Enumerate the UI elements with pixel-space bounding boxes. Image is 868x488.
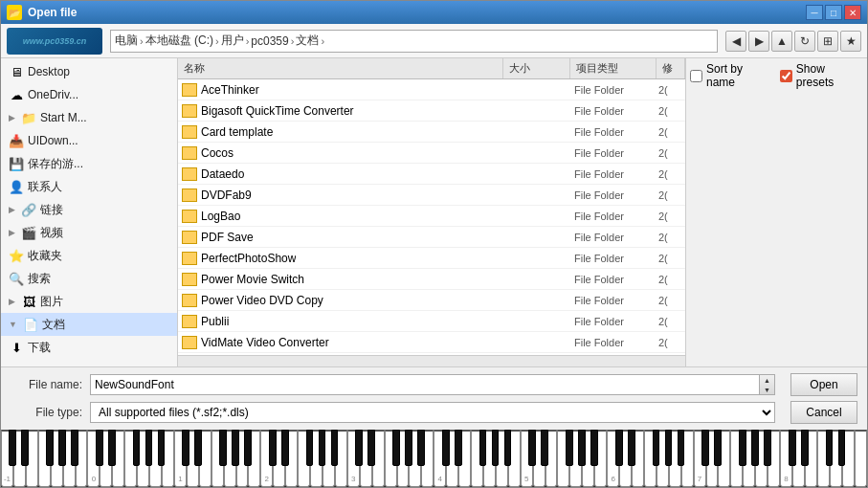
black-key[interactable]	[789, 430, 796, 466]
sidebar-item-links[interactable]: ▶ 🔗 链接	[1, 198, 177, 221]
sidebar-item-contacts[interactable]: 👤 联系人	[1, 175, 177, 198]
sort-by-name-option[interactable]: Sort by name	[690, 62, 772, 89]
black-key[interactable]	[96, 430, 103, 466]
black-key[interactable]	[71, 430, 78, 466]
black-key[interactable]	[442, 430, 450, 466]
table-row[interactable]: Power Movie Switch File Folder 2(	[178, 269, 685, 290]
breadcrumb-computer[interactable]: 电脑	[115, 33, 138, 49]
breadcrumb-bar[interactable]: 电脑 › 本地磁盘 (C:) › 用户 › pc0359 › 文档 ›	[110, 30, 718, 53]
minimize-button[interactable]: ─	[806, 5, 823, 20]
nav-forward-button[interactable]: ▶	[748, 31, 769, 52]
col-header-date[interactable]: 修	[657, 58, 685, 78]
black-key[interactable]	[479, 430, 487, 466]
black-key[interactable]	[108, 430, 116, 466]
table-row[interactable]: Dataedo File Folder 2(	[178, 164, 685, 185]
black-key[interactable]	[566, 430, 573, 466]
table-row[interactable]: Cocos File Folder 2(	[178, 143, 685, 164]
table-row[interactable]: Bigasoft QuickTime Converter File Folder…	[178, 100, 685, 122]
sidebar-item-downloads[interactable]: ⬇ 下载	[1, 336, 177, 359]
black-key[interactable]	[232, 430, 239, 466]
black-key[interactable]	[590, 430, 598, 466]
black-key[interactable]	[739, 430, 746, 466]
nav-refresh-button[interactable]: ↻	[794, 31, 815, 52]
maximize-button[interactable]: □	[825, 5, 842, 20]
black-key[interactable]	[628, 430, 635, 466]
close-button[interactable]: ✕	[844, 5, 861, 20]
table-row[interactable]: Card template File Folder 2(	[178, 122, 685, 143]
file-name-spinner[interactable]: ▲ ▼	[760, 374, 775, 395]
black-key[interactable]	[665, 430, 673, 466]
sort-by-name-checkbox[interactable]	[690, 70, 702, 82]
black-key[interactable]	[417, 430, 425, 466]
show-presets-checkbox[interactable]	[780, 70, 792, 82]
sidebar-item-search[interactable]: 🔍 搜索	[1, 267, 177, 290]
nav-up-button[interactable]: ▲	[771, 31, 792, 52]
sidebar-item-desktop[interactable]: 🖥 Desktop	[1, 60, 177, 83]
black-key[interactable]	[269, 430, 277, 466]
col-header-type[interactable]: 项目类型	[570, 58, 657, 78]
black-key[interactable]	[319, 430, 326, 466]
black-key[interactable]	[751, 430, 759, 466]
table-row[interactable]: PDF Save File Folder 2(	[178, 227, 685, 248]
sidebar-item-favorites[interactable]: ⭐ 收藏夹	[1, 244, 177, 267]
black-key[interactable]	[331, 430, 339, 466]
black-key[interactable]	[714, 430, 722, 466]
black-key[interactable]	[838, 430, 846, 466]
sidebar-item-docs[interactable]: ▼ 📄 文档	[1, 313, 177, 336]
black-key[interactable]	[405, 430, 412, 466]
black-key[interactable]	[826, 430, 834, 466]
open-button[interactable]: Open	[790, 373, 857, 396]
black-key[interactable]	[653, 430, 660, 466]
nav-back-button[interactable]: ◀	[725, 31, 746, 52]
show-presets-option[interactable]: Show presets	[780, 62, 863, 89]
file-type-select[interactable]: All supported files (*.sf2;*.dls)	[90, 402, 775, 423]
sidebar-item-images[interactable]: ▶ 🖼 图片	[1, 290, 177, 313]
black-key[interactable]	[392, 430, 400, 466]
breadcrumb-docs[interactable]: 文档	[296, 33, 319, 49]
black-key[interactable]	[764, 430, 771, 466]
black-key[interactable]	[158, 430, 166, 466]
table-row[interactable]: VidMate Video Converter File Folder 2(	[178, 332, 685, 353]
black-key[interactable]	[455, 430, 462, 466]
black-key[interactable]	[701, 430, 709, 466]
col-header-size[interactable]: 大小	[503, 58, 570, 78]
black-key[interactable]	[678, 430, 685, 466]
horizontal-scrollbar[interactable]	[178, 355, 685, 366]
black-key[interactable]	[244, 430, 252, 466]
black-key[interactable]	[46, 430, 54, 466]
sidebar-item-saved[interactable]: 💾 保存的游...	[1, 152, 177, 175]
black-key[interactable]	[182, 430, 189, 466]
table-row[interactable]: DVDFab9 File Folder 2(	[178, 185, 685, 206]
black-key[interactable]	[528, 430, 536, 466]
black-key[interactable]	[801, 430, 809, 466]
black-key[interactable]	[492, 430, 500, 466]
table-row[interactable]: Publii File Folder 2(	[178, 311, 685, 332]
table-row[interactable]: Power Video DVD Copy File Folder 2(	[178, 290, 685, 311]
black-key[interactable]	[9, 430, 16, 466]
nav-views-button[interactable]: ⊞	[817, 31, 838, 52]
black-key[interactable]	[504, 430, 512, 466]
black-key[interactable]	[355, 430, 363, 466]
black-key[interactable]	[194, 430, 202, 466]
black-key[interactable]	[21, 430, 29, 466]
cancel-button[interactable]: Cancel	[790, 401, 857, 424]
file-list[interactable]: AceThinker File Folder 2( Bigasoft Quick…	[178, 79, 685, 355]
black-key[interactable]	[58, 430, 66, 466]
black-key[interactable]	[367, 430, 375, 466]
sidebar-item-video[interactable]: ▶ 🎬 视频	[1, 221, 177, 244]
sidebar-item-onedrive[interactable]: ☁ OneDriv...	[1, 83, 177, 106]
black-key[interactable]	[306, 430, 314, 466]
black-key[interactable]	[219, 430, 227, 466]
white-key[interactable]	[855, 430, 867, 487]
table-row[interactable]: PerfectPhotoShow File Folder 2(	[178, 248, 685, 269]
breadcrumb-disk[interactable]: 本地磁盘 (C:)	[145, 33, 213, 49]
black-key[interactable]	[133, 430, 141, 466]
col-header-name[interactable]: 名称	[178, 58, 503, 78]
table-row[interactable]: AceThinker File Folder 2(	[178, 79, 685, 100]
file-name-input[interactable]	[90, 374, 760, 395]
black-key[interactable]	[615, 430, 623, 466]
black-key[interactable]	[578, 430, 586, 466]
sidebar-item-uidown[interactable]: 📥 UIDown...	[1, 129, 177, 152]
sidebar-item-start[interactable]: ▶ 📁 Start M...	[1, 106, 177, 129]
breadcrumb-user[interactable]: pc0359	[251, 34, 288, 48]
